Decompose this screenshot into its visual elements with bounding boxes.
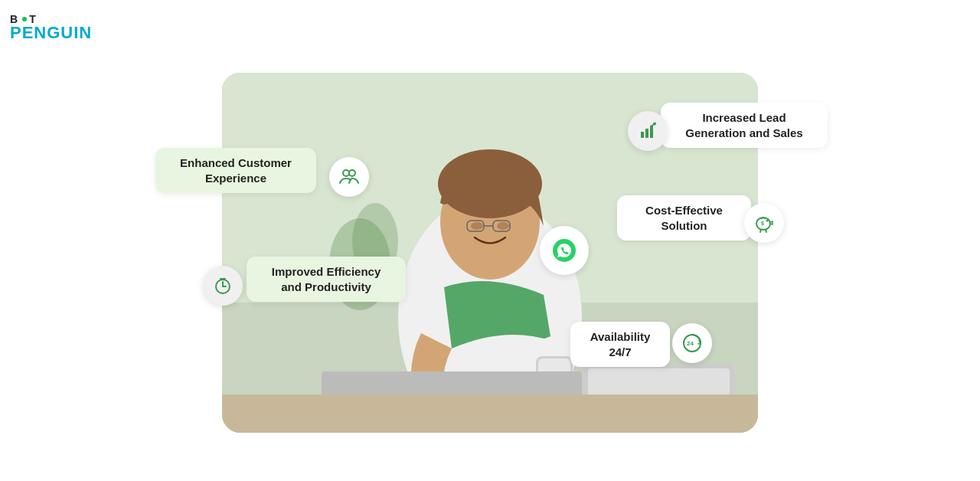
cost-effective-card: Cost-Effective Solution: [617, 195, 751, 240]
cost-effective-icon: $: [744, 203, 784, 243]
svg-point-23: [653, 123, 656, 126]
lead-generation-icon: [628, 111, 668, 151]
availability-label: Availability 24/7: [590, 330, 651, 358]
svg-point-5: [471, 222, 483, 230]
svg-text:24: 24: [687, 340, 694, 347]
lead-generation-label: Increased Lead Generation and Sales: [685, 111, 802, 139]
logo-dot-icon: [22, 17, 27, 21]
cost-effective-label: Cost-Effective Solution: [645, 204, 723, 232]
efficiency-card: Improved Efficiency and Productivity: [247, 257, 406, 302]
efficiency-icon: [203, 266, 243, 306]
piggy-bank-icon: $: [753, 212, 775, 234]
svg-point-6: [497, 222, 509, 230]
availability-icon: 24: [672, 323, 712, 363]
efficiency-label: Improved Efficiency and Productivity: [272, 265, 381, 293]
svg-point-21: [343, 170, 349, 176]
24hour-icon: 24: [681, 332, 704, 355]
svg-point-22: [349, 170, 355, 176]
lead-generation-card: Increased Lead Generation and Sales: [661, 103, 828, 148]
svg-rect-15: [322, 371, 582, 398]
chart-icon: [638, 121, 658, 141]
enhanced-customer-card: Enhanced Customer Experience: [155, 148, 316, 193]
whatsapp-icon: [540, 226, 589, 275]
whatsapp-logo-icon: [551, 237, 577, 263]
svg-text:$: $: [761, 221, 764, 227]
availability-card: Availability 24/7: [570, 322, 670, 367]
svg-rect-18: [222, 394, 758, 433]
enhanced-customer-icon: [329, 157, 369, 197]
enhanced-customer-label: Enhanced Customer Experience: [180, 156, 292, 185]
timer-icon: [213, 276, 233, 296]
svg-point-25: [766, 220, 769, 222]
logo: B T PENGUIN: [10, 14, 92, 41]
people-icon: [338, 166, 360, 188]
logo-penguin-text: PENGUIN: [10, 25, 92, 41]
